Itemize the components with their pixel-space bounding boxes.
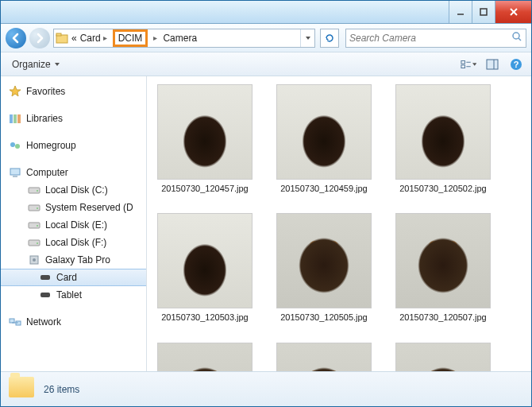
explorer-window: « Card ▸ DCIM ▸ Camera xyxy=(0,0,532,407)
file-name: 20150730_120507.jpg xyxy=(399,312,487,323)
svg-point-28 xyxy=(37,190,38,192)
sidebar-label: Tablet xyxy=(56,289,82,300)
file-thumbnail[interactable]: 20150730_120502.jpg xyxy=(391,84,495,194)
close-button[interactable] xyxy=(495,1,531,23)
minimize-button[interactable] xyxy=(449,1,472,23)
overflow-chevrons: « xyxy=(71,33,77,44)
svg-rect-29 xyxy=(29,205,40,211)
file-thumbnail[interactable]: 20150730_120503.jpg xyxy=(153,213,256,323)
breadcrumb-overflow[interactable]: « xyxy=(70,29,79,47)
svg-point-24 xyxy=(15,144,20,149)
file-thumbnail[interactable] xyxy=(391,343,495,371)
svg-point-30 xyxy=(37,207,38,209)
drive-icon xyxy=(28,254,40,266)
file-name: 20150730_120459.jpg xyxy=(280,183,368,194)
sidebar-storage-item[interactable]: Card xyxy=(1,269,146,286)
file-thumbnail[interactable]: 20150730_120507.jpg xyxy=(391,213,495,323)
body: Favorites Libraries Homegroup Computer xyxy=(1,76,531,371)
image-thumbnail xyxy=(395,213,491,308)
address-bar[interactable]: « Card ▸ DCIM ▸ Camera xyxy=(53,29,315,48)
sidebar-label: Local Disk (F:) xyxy=(45,237,106,248)
address-dropdown[interactable] xyxy=(300,29,314,47)
image-thumbnail xyxy=(276,343,372,371)
help-button[interactable]: ? xyxy=(507,56,525,73)
sidebar-drive-item[interactable]: System Reserved (D xyxy=(1,199,146,216)
search-input[interactable] xyxy=(349,33,511,44)
file-thumbnail[interactable] xyxy=(272,343,376,371)
breadcrumb-sep: ▸ xyxy=(148,29,161,47)
svg-point-34 xyxy=(37,242,38,244)
organize-label: Organize xyxy=(12,59,51,70)
file-name: 20150730_120502.jpg xyxy=(399,183,487,194)
sidebar-label: Card xyxy=(56,272,77,283)
breadcrumb-label: Camera xyxy=(163,33,197,44)
svg-rect-5 xyxy=(56,33,61,36)
sidebar-label: Favorites xyxy=(26,86,65,97)
svg-rect-21 xyxy=(13,114,17,123)
forward-button[interactable] xyxy=(29,28,50,48)
sidebar-label: Galaxy Tab Pro xyxy=(45,254,110,266)
view-options-button[interactable] xyxy=(460,56,477,73)
image-thumbnail xyxy=(276,213,372,308)
sidebar-storage-item[interactable]: Tablet xyxy=(1,286,146,304)
back-button[interactable] xyxy=(6,28,26,48)
svg-rect-15 xyxy=(487,60,498,69)
sidebar-drive-item[interactable]: Local Disk (C:) xyxy=(1,181,146,199)
drive-icon xyxy=(28,219,40,231)
image-thumbnail xyxy=(276,84,372,180)
svg-point-32 xyxy=(37,225,38,227)
sidebar-label: System Reserved (D xyxy=(45,202,133,213)
svg-text:?: ? xyxy=(514,60,519,69)
sidebar-label: Local Disk (E:) xyxy=(45,219,107,231)
sidebar-network[interactable]: Network xyxy=(1,313,146,331)
preview-pane-button[interactable] xyxy=(484,56,501,73)
svg-rect-33 xyxy=(29,240,40,246)
drive-icon xyxy=(28,184,40,196)
sidebar-favorites[interactable]: Favorites xyxy=(1,83,146,100)
folder-icon xyxy=(9,377,34,402)
svg-rect-27 xyxy=(29,188,40,193)
sidebar-label: Libraries xyxy=(26,113,63,124)
file-list[interactable]: 20150730_120457.jpg20150730_120459.jpg20… xyxy=(147,76,531,371)
organize-button[interactable]: Organize xyxy=(7,57,65,72)
sidebar-drive-item[interactable]: Local Disk (E:) xyxy=(1,216,146,234)
svg-point-7 xyxy=(513,33,519,39)
file-thumbnail[interactable]: 20150730_120459.jpg xyxy=(272,84,376,194)
svg-rect-1 xyxy=(480,9,487,15)
breadcrumb-label: Card xyxy=(80,33,101,44)
svg-marker-6 xyxy=(306,37,310,40)
breadcrumb-dcim[interactable]: DCIM xyxy=(113,29,148,47)
navigation-pane[interactable]: Favorites Libraries Homegroup Computer xyxy=(1,76,147,371)
status-bar: 26 items xyxy=(1,371,531,406)
drive-icon xyxy=(28,236,40,249)
svg-rect-39 xyxy=(10,319,14,323)
file-name: 20150730_120505.jpg xyxy=(280,312,368,323)
file-name: 20150730_120457.jpg xyxy=(161,183,249,194)
breadcrumb-card[interactable]: Card ▸ xyxy=(79,29,112,47)
sidebar-drive-item[interactable]: Galaxy Tab Pro xyxy=(1,251,146,269)
maximize-button[interactable] xyxy=(472,1,495,23)
drive-icon xyxy=(28,201,40,214)
breadcrumb-label: DCIM xyxy=(118,33,143,44)
sidebar-homegroup[interactable]: Homegroup xyxy=(1,137,146,154)
svg-rect-22 xyxy=(17,114,21,123)
svg-rect-10 xyxy=(461,60,465,64)
file-thumbnail[interactable]: 20150730_120505.jpg xyxy=(272,213,376,323)
svg-rect-37 xyxy=(40,275,50,280)
svg-marker-9 xyxy=(55,63,60,66)
refresh-button[interactable] xyxy=(320,29,339,48)
breadcrumb-camera[interactable]: Camera xyxy=(161,29,199,47)
image-thumbnail xyxy=(395,343,491,371)
file-thumbnail[interactable] xyxy=(153,343,256,371)
image-thumbnail xyxy=(395,84,491,180)
sidebar-label: Network xyxy=(26,316,61,328)
sidebar-computer[interactable]: Computer xyxy=(1,164,146,181)
search-box[interactable] xyxy=(345,29,526,48)
svg-rect-20 xyxy=(10,114,13,123)
sidebar-drive-item[interactable]: Local Disk (F:) xyxy=(1,234,146,251)
network-icon xyxy=(9,316,21,328)
search-icon xyxy=(511,31,522,45)
storage-icon xyxy=(39,271,52,284)
file-thumbnail[interactable]: 20150730_120457.jpg xyxy=(153,84,256,194)
sidebar-libraries[interactable]: Libraries xyxy=(1,110,146,127)
